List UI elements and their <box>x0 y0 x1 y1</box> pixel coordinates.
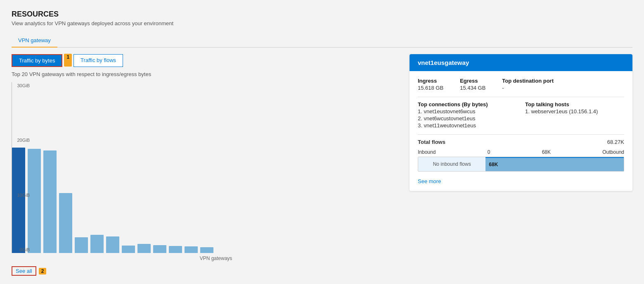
info-card-body: Ingress 15.618 GB Egress 15.434 GB Top d… <box>410 71 632 191</box>
top-dest-port-label: Top destination port <box>502 78 624 84</box>
bar[interactable] <box>169 246 182 253</box>
top-dest-port-value: - <box>502 85 624 91</box>
ingress-col: Ingress 15.618 GB <box>418 78 443 91</box>
ingress-value: 15.618 GB <box>418 85 443 91</box>
tab-traffic-by-flows[interactable]: Traffic by flows <box>73 54 123 67</box>
top-connection-1: 1. vnet1eustovnet6wcus <box>418 108 509 115</box>
egress-col: Egress 15.434 GB <box>460 78 485 91</box>
flows-bar-section: Inbound 0 68K Outbound No inbound flows … <box>418 149 624 172</box>
info-card-header: vnet1eusgateway <box>410 54 632 71</box>
bar[interactable] <box>122 246 135 253</box>
top-talking-host-1: 1. webserver1eus (10.156.1.4) <box>525 108 624 115</box>
chart-description: Top 20 VPN gateways with respect to ingr… <box>12 71 400 77</box>
bar[interactable] <box>185 246 198 253</box>
see-more-link[interactable]: See more <box>418 178 441 184</box>
flows-scale-mid: 0 <box>488 149 490 155</box>
bar[interactable] <box>59 193 72 253</box>
top-talking-hosts-col: Top talking hosts 1. webserver1eus (10.1… <box>525 101 624 115</box>
left-panel: Traffic by bytes 1 Traffic by flows Top … <box>12 48 400 276</box>
y-axis-labels: 30GiB 20GiB 10GiB 0GiB <box>12 82 32 253</box>
tab-vpn-gateway[interactable]: VPN gateway <box>12 34 57 48</box>
bar[interactable] <box>200 247 213 253</box>
total-flows-label: Total flows <box>418 139 445 145</box>
total-flows-value: 68.27K <box>607 139 624 145</box>
top-talking-hosts-label: Top talking hosts <box>525 101 624 107</box>
divider-2 <box>418 134 624 135</box>
bar[interactable] <box>153 245 166 253</box>
top-connection-2: 2. vnet6wcustovnet1eus <box>418 115 509 122</box>
y-label-10: 10GiB <box>17 193 30 198</box>
ingress-label: Ingress <box>418 78 443 84</box>
chart-wrapper: 30GiB 20GiB 10GiB 0GiB <box>12 82 400 253</box>
see-all-row: See all 2 <box>12 266 400 276</box>
flows-bar-inbound: No inbound flows <box>418 157 485 171</box>
top-tab-bar: VPN gateway <box>12 34 632 48</box>
bar[interactable] <box>90 235 104 253</box>
bar[interactable] <box>75 237 88 253</box>
info-card: vnet1eusgateway Ingress 15.618 GB Egress… <box>410 54 632 191</box>
step-badge-1: 1 <box>64 54 72 67</box>
info-row-connections: Top connections (By bytes) 1. vnet1eusto… <box>418 101 624 129</box>
top-connections-col: Top connections (By bytes) 1. vnet1eusto… <box>418 101 509 129</box>
top-connection-3: 3. vnet11weutovnet1eus <box>418 122 509 129</box>
page-subtitle: View analytics for VPN gateways deployed… <box>12 20 632 26</box>
divider-1 <box>418 97 624 97</box>
chart-outer: 30GiB 20GiB 10GiB 0GiB VPN gateways <box>12 82 400 261</box>
flows-endpoints: Inbound 0 68K Outbound <box>418 149 624 155</box>
no-inbound-flows-text: No inbound flows <box>433 161 471 167</box>
top-connections-label: Top connections (By bytes) <box>418 101 509 107</box>
info-row-top: Ingress 15.618 GB Egress 15.434 GB Top d… <box>418 78 624 91</box>
flows-bar-track: No inbound flows 68K <box>418 157 624 172</box>
top-dest-port-col: Top destination port - <box>502 78 624 91</box>
flows-scale-right: 68K <box>542 149 551 155</box>
egress-value: 15.434 GB <box>460 85 485 91</box>
egress-label: Egress <box>460 78 485 84</box>
bar[interactable] <box>106 236 119 253</box>
tab-traffic-by-bytes[interactable]: Traffic by bytes <box>12 54 62 67</box>
bar[interactable] <box>43 150 57 253</box>
inbound-label: Inbound <box>418 149 436 155</box>
step-badge-2: 2 <box>39 268 47 274</box>
y-label-0: 0GiB <box>20 247 30 252</box>
page-title: RESOURCES <box>12 10 632 19</box>
x-axis-label: VPN gateways <box>12 255 400 261</box>
outbound-flows-value: 68K <box>489 162 498 167</box>
right-panel: vnet1eusgateway Ingress 15.618 GB Egress… <box>410 54 632 276</box>
see-all-button[interactable]: See all <box>12 266 36 276</box>
bars-container <box>12 82 400 253</box>
flows-bar-outbound: 68K <box>485 157 624 171</box>
total-flows-row: Total flows 68.27K <box>418 139 624 145</box>
bar[interactable] <box>137 244 151 253</box>
y-label-20: 20GiB <box>17 138 30 143</box>
y-label-30: 30GiB <box>17 83 30 88</box>
chart-tabs: Traffic by bytes 1 Traffic by flows <box>12 54 400 67</box>
outbound-label: Outbound <box>602 149 624 155</box>
